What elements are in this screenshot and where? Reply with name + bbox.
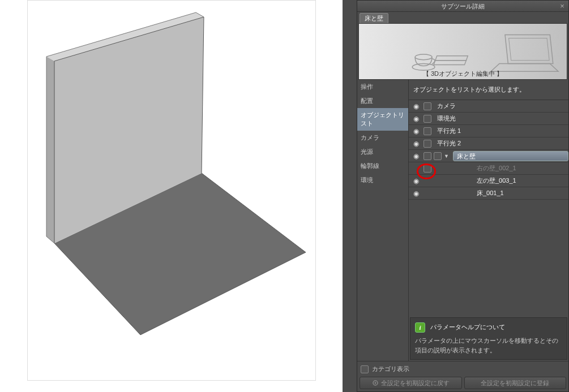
object-list: ◉ カメラ ◉ 環境光 ◉ 平行光 1: [409, 100, 568, 316]
list-row-parallel1[interactable]: ◉ 平行光 1: [409, 125, 568, 137]
sidebar-item-operation[interactable]: 操作: [357, 80, 408, 94]
sidebar-item-layout[interactable]: 配置: [357, 94, 408, 108]
subtool-detail-panel: サブツール詳細 × 床と壁 【 3Dオブジェクト編集中 】 操作 配置 オブジェ…: [357, 0, 569, 392]
svg-rect-9: [505, 35, 553, 64]
row-label: 床_001_1: [434, 189, 568, 197]
category-sidebar: 操作 配置 オブジェクトリスト カメラ 光源 輪郭線 環境: [357, 80, 408, 361]
row-label: 環境光: [434, 114, 568, 123]
gear-icon: [372, 380, 379, 386]
subtool-tag[interactable]: 床と壁: [360, 13, 388, 24]
svg-marker-3: [46, 57, 54, 243]
save-button-label: 全設定を初期設定に登録: [481, 379, 549, 387]
svg-point-12: [374, 382, 376, 384]
row-label: 平行光 2: [434, 139, 568, 148]
lock-checkbox[interactable]: [423, 102, 431, 110]
svg-rect-8: [434, 61, 466, 65]
svg-rect-7: [435, 56, 468, 61]
list-row-floorwall-group[interactable]: ◉ ▼ 床と壁: [409, 150, 568, 162]
save-defaults-button[interactable]: 全設定を初期設定に登録: [464, 377, 567, 389]
list-row-camera[interactable]: ◉ カメラ: [409, 100, 568, 113]
extra-checkbox[interactable]: [434, 152, 442, 160]
reset-button-label: 全設定を初期設定に戻す: [381, 379, 450, 387]
lock-checkbox[interactable]: [423, 165, 431, 173]
category-show-label: カテゴリ表示: [372, 365, 409, 373]
panel-gap: [343, 0, 357, 392]
lock-checkbox[interactable]: [423, 127, 431, 135]
panel-titlebar[interactable]: サブツール詳細 ×: [357, 1, 568, 12]
sidebar-item-light[interactable]: 光源: [357, 145, 408, 159]
expand-icon[interactable]: ▼: [444, 153, 451, 159]
help-body: パラメータの上にマウスカーソルを移動するとその項目の説明が表示されます。: [415, 336, 562, 355]
sidebar-item-environment[interactable]: 環境: [357, 173, 408, 187]
list-row-parallel2[interactable]: ◉ 平行光 2: [409, 137, 568, 150]
visibility-icon[interactable]: ◉: [411, 115, 421, 123]
visibility-icon[interactable]: ◉: [411, 140, 421, 148]
viewport-3d[interactable]: [33, 9, 310, 371]
row-label: 左の壁_003_1: [434, 176, 568, 185]
info-icon: i: [415, 322, 425, 333]
sidebar-item-camera[interactable]: カメラ: [357, 131, 408, 145]
help-title: パラメータヘルプについて: [430, 324, 505, 330]
panel-title-text: サブツール詳細: [441, 3, 485, 10]
list-row-rightwall[interactable]: ◉ 右の壁_002_1: [409, 162, 568, 175]
close-icon[interactable]: ×: [558, 2, 566, 10]
canvas-area: [0, 0, 343, 392]
row-label: カメラ: [434, 102, 568, 110]
panel-bottom-bar: カテゴリ表示 全設定を初期設定に戻す 全設定を初期設定に登録: [357, 361, 568, 391]
svg-rect-10: [509, 38, 550, 60]
lock-checkbox[interactable]: [423, 140, 431, 148]
list-row-ambient[interactable]: ◉ 環境光: [409, 113, 568, 125]
visibility-icon[interactable]: ◉: [411, 177, 421, 185]
list-row-floor[interactable]: ◉ 床_001_1: [409, 187, 568, 200]
visibility-icon[interactable]: ◉: [411, 189, 421, 197]
hint-text: オブジェクトをリストから選択します。: [409, 80, 568, 100]
visibility-icon[interactable]: ◉: [411, 102, 421, 110]
parameter-help-box: i パラメータヘルプについて パラメータの上にマウスカーソルを移動するとその項目…: [410, 317, 567, 360]
list-row-leftwall[interactable]: ◉ 左の壁_003_1: [409, 175, 568, 187]
row-label: 平行光 1: [434, 127, 568, 135]
reset-defaults-button[interactable]: 全設定を初期設定に戻す: [360, 377, 462, 389]
visibility-icon[interactable]: ◉: [411, 127, 421, 135]
editing-status-label: 【 3Dオブジェクト編集中 】: [423, 70, 503, 78]
category-show-checkbox[interactable]: [361, 365, 369, 373]
svg-point-6: [415, 54, 432, 60]
sidebar-item-outline[interactable]: 輪郭線: [357, 159, 408, 173]
row-label: 床と壁: [453, 151, 568, 161]
preview-thumbnail: 【 3Dオブジェクト編集中 】: [358, 23, 567, 80]
visibility-icon[interactable]: ◉: [411, 152, 421, 160]
lock-checkbox[interactable]: [423, 115, 431, 123]
lock-checkbox[interactable]: [423, 152, 431, 160]
tag-row: 床と壁: [357, 12, 568, 23]
visibility-icon[interactable]: ◉: [411, 165, 421, 173]
row-label: 右の壁_002_1: [434, 164, 568, 173]
sidebar-item-objectlist[interactable]: オブジェクトリスト: [357, 108, 408, 131]
